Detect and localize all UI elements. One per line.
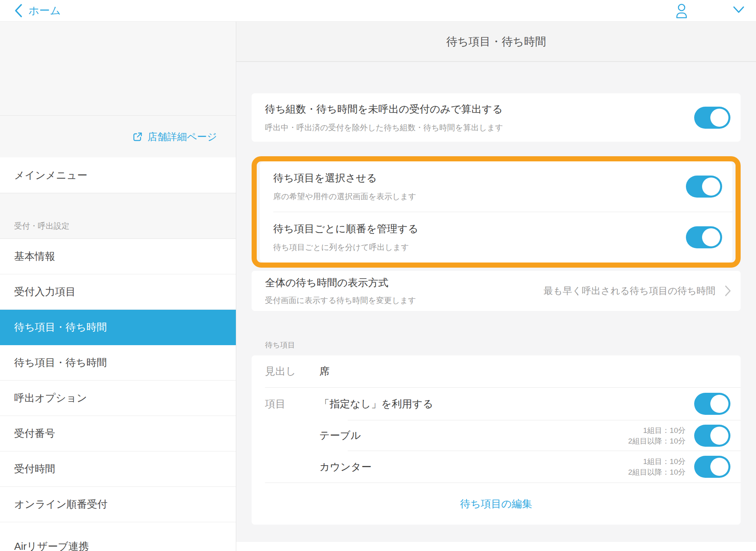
wait-time-info: 1組目：10分 2組目以降：10分 <box>628 427 686 445</box>
chevron-right-icon <box>725 285 731 296</box>
sidebar-item-label: 受付時間 <box>14 462 55 476</box>
highlight-annotation-box: 待ち項目を選択させる 席の希望や用件の選択画面を表示します 待ち項目ごとに順番を… <box>252 156 741 268</box>
settings-sidebar: 店舗詳細ページ メインメニュー 受付・呼出設定 基本情報 受付入力項目 待ち項目… <box>0 22 236 551</box>
toggle-knob <box>702 228 720 246</box>
toggle-knob <box>710 427 728 445</box>
select-wait-item-title: 待ち項目を選択させる <box>273 171 669 185</box>
top-bar: ホーム <box>0 0 756 22</box>
toggle-knob <box>710 395 728 413</box>
user-icon <box>674 3 689 19</box>
calc-uncalled-toggle[interactable] <box>694 107 730 129</box>
user-account-button[interactable] <box>674 3 689 19</box>
main-menu-label: メインメニュー <box>14 168 87 182</box>
select-wait-item-toggle[interactable] <box>686 176 722 198</box>
sidebar-item-label: 呼出オプション <box>14 391 87 405</box>
wait-items-section-label: 待ち項目 <box>252 341 741 349</box>
store-detail-row: 店舗詳細ページ <box>0 115 236 157</box>
page-title: 待ち項目・待ち時間 <box>446 34 546 49</box>
sidebar-item-main-menu[interactable]: メインメニュー <box>0 157 236 193</box>
row-controls: 1組目：10分 2組目以降：10分 <box>628 425 730 447</box>
sidebar-item-label: 受付番号 <box>14 427 55 440</box>
sidebar-item-label: 待ち項目・待ち時間 <box>14 320 107 334</box>
display-mode-subtitle: 受付画面に表示する待ち時間を変更します <box>265 295 544 306</box>
sidebar-item-label: オンライン順番受付 <box>14 497 107 511</box>
sidebar-item-reception-hours[interactable]: 受付時間 <box>0 451 236 487</box>
window-menu-button[interactable] <box>732 6 745 14</box>
sidebar-item-basic-info[interactable]: 基本情報 <box>0 239 236 274</box>
table-seat-toggle[interactable] <box>694 425 730 447</box>
calc-uncalled-title: 待ち組数・待ち時間を未呼出の受付のみで算出する <box>265 102 678 116</box>
sidebar-top-area <box>0 22 236 115</box>
back-home-label: ホーム <box>28 4 61 18</box>
store-detail-label: 店舗詳細ページ <box>148 130 217 143</box>
calc-uncalled-card: 待ち組数・待ち時間を未呼出の受付のみで算出する 呼出中・呼出済の受付を除外した待… <box>252 93 741 142</box>
sidebar-section-reception-call: 受付・呼出設定 <box>0 193 236 239</box>
later-group-time: 2組目以降：10分 <box>628 437 686 445</box>
edit-wait-items-link[interactable]: 待ち項目の編集 <box>460 497 532 511</box>
sidebar-item-label: 待ち項目・待ち時間 <box>14 356 107 370</box>
sidebar-item-air-reserve[interactable]: Airリザーブ連携 <box>0 522 236 551</box>
display-mode-title: 全体の待ち時間の表示方式 <box>265 276 544 290</box>
sidebar-item-call-options[interactable]: 呼出オプション <box>0 381 236 416</box>
counter-seat-toggle[interactable] <box>694 456 730 478</box>
no-preference-value: 「指定なし」を利用する <box>319 397 694 411</box>
sidebar-item-reception-input[interactable]: 受付入力項目 <box>0 274 236 310</box>
row-controls <box>694 393 730 415</box>
edit-wait-items-row: 待ち項目の編集 <box>252 483 741 525</box>
counter-seat-row: カウンター 1組目：10分 2組目以降：10分 <box>252 451 741 483</box>
sidebar-item-reception-number[interactable]: 受付番号 <box>0 416 236 451</box>
no-preference-row: 項目 「指定なし」を利用する <box>252 388 741 420</box>
section-label: 受付・呼出設定 <box>14 221 69 231</box>
chevron-down-icon <box>732 6 745 14</box>
select-wait-item-row: 待ち項目を選択させる 席の希望や用件の選択画面を表示します <box>260 161 732 212</box>
manage-order-title: 待ち項目ごとに順番を管理する <box>273 222 669 236</box>
counter-seat-value: カウンター <box>319 460 628 474</box>
sidebar-item-label: 受付入力項目 <box>14 285 76 299</box>
sidebar-item-wait-items-selected[interactable]: 待ち項目・待ち時間 <box>0 310 236 345</box>
table-seat-value: テーブル <box>319 429 628 442</box>
heading-row: 見出し 席 <box>252 355 741 387</box>
manage-order-subtitle: 待ち項目ごとに列を分けて呼出します <box>273 242 669 253</box>
row-controls: 1組目：10分 2組目以降：10分 <box>628 456 730 478</box>
main-panel: 待ち項目・待ち時間 待ち組数・待ち時間を未呼出の受付のみで算出する 呼出中・呼出… <box>236 22 756 551</box>
toggle-knob <box>710 458 728 476</box>
display-mode-value: 最も早く呼出される待ち項目の待ち時間 <box>544 285 716 297</box>
back-chevron-icon <box>14 4 23 18</box>
highlight-card: 待ち項目を選択させる 席の希望や用件の選択画面を表示します 待ち項目ごとに順番を… <box>260 161 732 263</box>
external-link-icon <box>132 131 143 142</box>
store-detail-link[interactable]: 店舗詳細ページ <box>132 130 217 143</box>
first-group-time: 1組目：10分 <box>643 427 686 434</box>
main-header: 待ち項目・待ち時間 <box>236 22 756 62</box>
sidebar-item-label: Airリザーブ連携 <box>14 540 89 551</box>
manage-order-row: 待ち項目ごとに順番を管理する 待ち項目ごとに列を分けて呼出します <box>260 212 732 263</box>
table-seat-row: テーブル 1組目：10分 2組目以降：10分 <box>252 420 741 451</box>
toggle-knob <box>710 109 728 127</box>
wait-time-info: 1組目：10分 2組目以降：10分 <box>628 458 686 476</box>
sidebar-item-online-queue[interactable]: オンライン順番受付 <box>0 487 236 522</box>
sidebar-item-wait-items[interactable]: 待ち項目・待ち時間 <box>0 345 236 381</box>
display-mode-card: 全体の待ち時間の表示方式 受付画面に表示する待ち時間を変更します 最も早く呼出さ… <box>252 271 741 311</box>
heading-label: 見出し <box>252 364 319 378</box>
settings-content: 待ち組数・待ち時間を未呼出の受付のみで算出する 呼出中・呼出済の受付を除外した待… <box>236 62 756 542</box>
display-mode-left: 全体の待ち時間の表示方式 受付画面に表示する待ち時間を変更します <box>265 276 544 306</box>
sidebar-item-label: 基本情報 <box>14 250 55 263</box>
select-wait-item-subtitle: 席の希望や用件の選択画面を表示します <box>273 191 669 202</box>
wait-items-card: 見出し 席 項目 「指定なし」を利用する テーブル 1組目：10分 2組目以降：… <box>252 355 741 525</box>
calc-uncalled-subtitle: 呼出中・呼出済の受付を除外した待ち組数・待ち時間を算出します <box>265 122 678 133</box>
display-mode-selector[interactable]: 最も早く呼出される待ち項目の待ち時間 <box>544 285 732 297</box>
later-group-time: 2組目以降：10分 <box>628 468 686 476</box>
heading-value: 席 <box>319 364 741 378</box>
manage-order-toggle[interactable] <box>686 226 722 248</box>
no-preference-toggle[interactable] <box>694 393 730 415</box>
first-group-time: 1組目：10分 <box>643 458 686 465</box>
items-label: 項目 <box>252 397 319 411</box>
toggle-knob <box>702 178 720 196</box>
back-home-button[interactable]: ホーム <box>14 4 61 18</box>
